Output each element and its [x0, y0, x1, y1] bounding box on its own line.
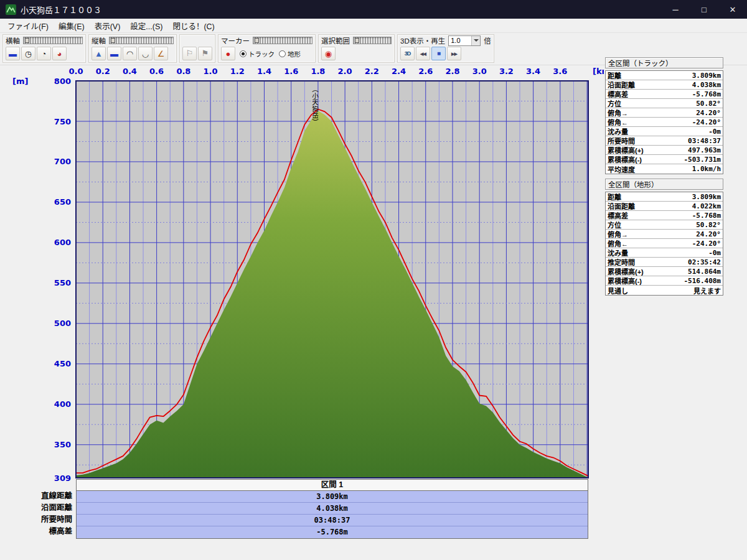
menu-edit[interactable]: 編集(E) [54, 19, 90, 33]
vaxis-speed-gauge-icon[interactable]: ◠ [123, 47, 137, 60]
x-tick-label: 0.8 [176, 67, 190, 76]
section-row-label: 沿面距離 [4, 502, 72, 514]
chevron-down-icon[interactable] [471, 36, 480, 45]
section-row-value: 03:48:37 [77, 515, 588, 526]
vaxis-slider-thumb[interactable] [111, 38, 115, 43]
info-row: 距離3.809km [606, 71, 723, 80]
info-row-label: 沿面距離 [608, 80, 635, 90]
vaxis-profile-icon[interactable]: ▲ [92, 47, 106, 60]
play-button-icon[interactable]: ▶▶ [447, 47, 461, 60]
haxis-time-icon[interactable]: ◷ [21, 47, 35, 60]
x-tick-label: 1.4 [257, 67, 271, 76]
marker-ghost-icon[interactable]: ⚐ [182, 47, 197, 60]
y-tick-label: 450 [54, 359, 71, 368]
radio-track-label: トラック [248, 49, 275, 58]
peak-annotation: （小天狗岳） [311, 86, 319, 125]
marker-pin-icon[interactable]: ● [221, 47, 235, 60]
info-row-value: 24.20° [696, 109, 721, 117]
info-row-value: 02:35:42 [688, 258, 721, 266]
menu-close[interactable]: 閉じる！(C) [167, 19, 219, 33]
y-tick-label: 350 [54, 440, 71, 449]
section-row-value: -5.768m [77, 526, 588, 538]
radio-terrain-dot[interactable] [279, 50, 286, 57]
panel-track-table: 距離3.809km沿面距離4.038km標高差-5.768m方位50.82°俯角… [605, 70, 723, 174]
minimize-button[interactable]: ─ [661, 0, 690, 19]
haxis-group: 横軸 ▬◷◔◕ [2, 34, 86, 63]
vaxis-group: 縦軸 ▲▬◠◡∠ [88, 34, 177, 63]
titlebar: 小天狗岳１７１００３ ─ □ ✕ [0, 0, 747, 19]
info-row-value: 24.20° [696, 230, 721, 238]
x-tick-label: 1.6 [284, 67, 298, 76]
info-row-value: -24.20° [692, 118, 721, 126]
y-tick-label: 500 [54, 319, 71, 328]
info-row-value: 3.809km [692, 72, 721, 80]
x-tick-label: 3.0 [472, 67, 487, 76]
x-tick-label: 3.2 [499, 67, 514, 76]
vaxis-slider[interactable] [109, 37, 174, 44]
x-tick-label: 3.4 [526, 67, 540, 76]
haxis-distance-icon[interactable]: ▬ [6, 47, 20, 60]
info-row-value: -24.20° [692, 240, 721, 248]
info-row-value: -516.408m [684, 277, 721, 285]
info-row: 俯角→24.20° [606, 230, 723, 239]
selection-slider-thumb[interactable] [355, 38, 359, 43]
menu-view[interactable]: 表示(V) [90, 19, 126, 33]
info-row-label: 見通し [608, 286, 628, 296]
info-row-label: 方位 [608, 220, 621, 230]
vaxis-label: 縦軸 [92, 35, 106, 45]
haxis-pie-icon[interactable]: ◕ [52, 47, 67, 60]
rewind-button-icon[interactable]: ◀◀ [416, 47, 430, 60]
info-row-value: 514.864m [688, 268, 721, 276]
radio-track-dot[interactable] [240, 50, 247, 57]
vaxis-pitch-gauge-icon[interactable]: ◡ [138, 47, 153, 60]
info-row: 推定時間02:35:42 [606, 258, 723, 267]
close-button[interactable]: ✕ [718, 0, 747, 19]
maximize-button[interactable]: □ [690, 0, 718, 19]
info-row-label: 累積標高(-) [608, 154, 642, 164]
info-row-value: -5.768m [692, 212, 721, 220]
extra-marker-group: ⚐⚑ [179, 34, 215, 63]
elevation-chart: 0.00.20.40.60.81.01.21.41.61.82.02.22.42… [0, 65, 604, 486]
info-row: 累積標高(+)497.963m [606, 146, 723, 155]
marker-ghost2-icon[interactable]: ⚑ [198, 47, 212, 60]
radio-track[interactable]: トラック [240, 49, 275, 58]
info-row-value: -503.731m [684, 156, 721, 164]
info-row-value: 4.038km [692, 81, 721, 89]
info-row: 標高差-5.768m [606, 211, 723, 220]
marker-slider-thumb[interactable] [255, 38, 259, 43]
marker-slider[interactable] [253, 37, 312, 44]
info-row-value: 4.022km [692, 202, 721, 210]
speed-select-value: 1.0 [449, 37, 471, 44]
y-tick-label: 309 [54, 474, 71, 483]
info-row: 距離3.809km [606, 192, 723, 202]
info-row-value: 3.809km [692, 193, 721, 201]
playback-label: 3D表示・再生 [400, 35, 445, 45]
marker-label: マーカー [221, 35, 250, 45]
info-row-label: 累積標高(+) [608, 266, 644, 276]
menu-file[interactable]: ファイル(F) [2, 19, 54, 33]
info-row: 方位50.82° [606, 220, 723, 230]
panel-terrain-table: 距離3.809km沿面距離4.022km標高差-5.768m方位50.82°俯角… [605, 192, 723, 296]
haxis-time-digits-icon[interactable]: ◔ [37, 47, 51, 60]
y-tick-label: 600 [54, 238, 71, 247]
menu-settings[interactable]: 設定...(S) [125, 19, 167, 33]
info-row: 標高差-5.768m [606, 90, 723, 99]
selection-pin-icon[interactable]: ◉ [321, 47, 336, 60]
selection-group: 選択範囲 ◉ [318, 34, 395, 63]
walk-3d-icon[interactable]: 3D [400, 47, 415, 60]
info-row: 俯角→24.20° [606, 108, 723, 118]
info-row-value: -0m [708, 249, 721, 257]
section-row-label: 直線距離 [4, 490, 72, 502]
selection-slider[interactable] [353, 37, 392, 44]
speed-select[interactable]: 1.0 [448, 35, 481, 46]
vaxis-elevation-icon[interactable]: ▬ [107, 47, 121, 60]
info-row-label: 距離 [608, 192, 621, 202]
haxis-slider-thumb[interactable] [25, 38, 29, 43]
x-axis-unit: [km] [593, 67, 604, 76]
x-tick-label: 2.6 [418, 67, 433, 76]
haxis-slider[interactable] [23, 37, 83, 44]
info-row-value: 1.0km/h [692, 165, 721, 173]
stop-button-icon[interactable]: ■ [431, 47, 446, 60]
vaxis-slope-icon[interactable]: ∠ [154, 47, 168, 60]
radio-terrain[interactable]: 地形 [279, 49, 301, 58]
